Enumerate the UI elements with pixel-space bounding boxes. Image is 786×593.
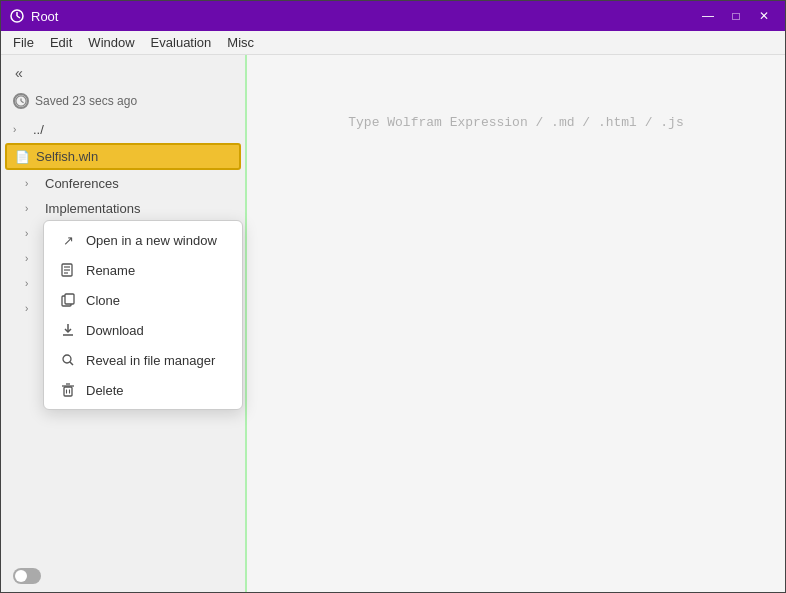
- collapse-button[interactable]: «: [9, 63, 29, 83]
- chevron-icon: ›: [25, 228, 39, 239]
- chevron-icon: ›: [25, 203, 39, 214]
- sidebar: « Saved 23 secs ago › ../: [1, 55, 247, 592]
- svg-line-5: [21, 101, 24, 103]
- nav-label: ../: [33, 122, 44, 137]
- menu-bar: File Edit Window Evaluation Misc: [1, 31, 785, 55]
- sidebar-bottom: [1, 560, 245, 592]
- chevron-icon: ›: [25, 253, 39, 264]
- chevron-icon: ›: [25, 303, 39, 314]
- saved-text: Saved 23 secs ago: [35, 94, 137, 108]
- file-icon: 📄: [15, 150, 30, 164]
- app-icon: [9, 8, 25, 24]
- svg-line-2: [17, 16, 20, 18]
- maximize-button[interactable]: □: [723, 5, 749, 27]
- menu-file[interactable]: File: [5, 33, 42, 52]
- svg-rect-16: [64, 387, 72, 396]
- svg-line-15: [70, 362, 73, 365]
- ctx-rename[interactable]: Rename: [44, 255, 242, 285]
- main-area: « Saved 23 secs ago › ../: [1, 55, 785, 592]
- reveal-icon: [60, 352, 76, 368]
- delete-icon: [60, 382, 76, 398]
- ctx-delete[interactable]: Delete: [44, 375, 242, 405]
- sidebar-header: «: [1, 55, 245, 89]
- ctx-label: Delete: [86, 383, 124, 398]
- ctx-label: Open in a new window: [86, 233, 217, 248]
- clock-icon: [13, 93, 29, 109]
- ctx-open-new-window[interactable]: ↗ Open in a new window: [44, 225, 242, 255]
- chevron-icon: ›: [25, 278, 39, 289]
- nav-item-parent[interactable]: › ../: [1, 117, 245, 142]
- svg-point-14: [63, 355, 71, 363]
- title-bar: Root — □ ✕: [1, 1, 785, 31]
- ctx-label: Download: [86, 323, 144, 338]
- svg-rect-11: [65, 294, 74, 304]
- saved-info: Saved 23 secs ago: [1, 89, 245, 117]
- ctx-label: Rename: [86, 263, 135, 278]
- nav-item-implementations[interactable]: › Implementations: [1, 196, 245, 221]
- open-new-window-icon: ↗: [60, 232, 76, 248]
- chevron-icon: ›: [25, 178, 39, 189]
- minimize-button[interactable]: —: [695, 5, 721, 27]
- window-title: Root: [31, 9, 695, 24]
- menu-misc[interactable]: Misc: [219, 33, 262, 52]
- ctx-label: Reveal in file manager: [86, 353, 215, 368]
- editor-area[interactable]: Type Wolfram Expression / .md / .html / …: [247, 55, 785, 592]
- menu-edit[interactable]: Edit: [42, 33, 80, 52]
- app-window: Root — □ ✕ File Edit Window Evaluation M…: [0, 0, 786, 593]
- ctx-clone[interactable]: Clone: [44, 285, 242, 315]
- theme-toggle[interactable]: [13, 568, 41, 584]
- context-menu: ↗ Open in a new window Rename: [43, 220, 243, 410]
- menu-evaluation[interactable]: Evaluation: [143, 33, 220, 52]
- ctx-download[interactable]: Download: [44, 315, 242, 345]
- ctx-reveal[interactable]: Reveal in file manager: [44, 345, 242, 375]
- download-icon: [60, 322, 76, 338]
- nav-item-conferences[interactable]: › Conferences: [1, 171, 245, 196]
- ctx-label: Clone: [86, 293, 120, 308]
- clone-icon: [60, 292, 76, 308]
- editor-placeholder: Type Wolfram Expression / .md / .html / …: [348, 115, 683, 130]
- nav-label: Selfish.wln: [36, 149, 98, 164]
- menu-window[interactable]: Window: [80, 33, 142, 52]
- nav-item-selfish[interactable]: 📄 Selfish.wln: [5, 143, 241, 170]
- close-button[interactable]: ✕: [751, 5, 777, 27]
- window-controls: — □ ✕: [695, 5, 777, 27]
- rename-icon: [60, 262, 76, 278]
- nav-label: Conferences: [45, 176, 119, 191]
- nav-label: Implementations: [45, 201, 140, 216]
- chevron-icon: ›: [13, 124, 27, 135]
